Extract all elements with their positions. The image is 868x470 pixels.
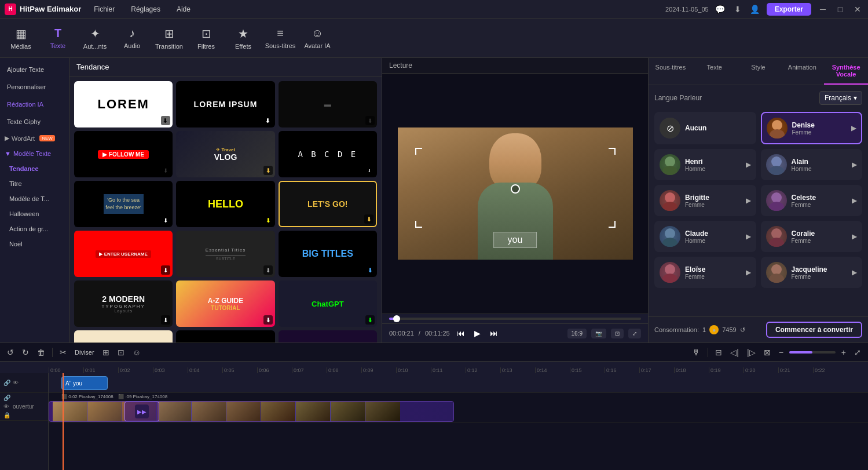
zoom-minus[interactable]: − <box>777 347 786 358</box>
eye-icon2[interactable]: 👁 <box>3 403 10 410</box>
sidebar-subitem-tendance[interactable]: Tendance <box>0 162 69 176</box>
text-clip[interactable]: A" you <box>61 376 108 390</box>
tab-texte[interactable]: Texte <box>693 58 737 85</box>
download-icon-t6[interactable]: ⬇ <box>365 166 375 175</box>
template-item-big[interactable]: BIG TITLES ⬇ <box>279 231 377 277</box>
screenshot-btn[interactable]: 📷 <box>591 329 606 338</box>
divide-icon[interactable]: ✂ <box>57 347 69 358</box>
download-icon-t1[interactable]: ⬇ <box>161 116 170 125</box>
template-item-lorem[interactable]: LOREM ⬇ <box>74 81 173 127</box>
play-icon-jacqueline[interactable]: ▶ <box>852 268 857 276</box>
voice-card-aucun[interactable]: ⊘ Aucun <box>654 112 756 144</box>
crop-handle-bl[interactable] <box>415 221 422 228</box>
maximize-icon[interactable]: □ <box>834 3 846 15</box>
user-icon[interactable]: 👤 <box>749 3 761 15</box>
voice-card-eloise[interactable]: Eloïse Femme ▶ <box>654 257 756 288</box>
sidebar-item-texte-giphy[interactable]: Texte Giphy <box>2 114 67 130</box>
voice-card-jacqueline[interactable]: Jacqueline Femme ▶ <box>761 257 863 288</box>
template-item-modern[interactable]: 2 MODERN TYPOGRAPHY Layouts ⬇ <box>74 280 173 327</box>
tab-animation[interactable]: Animation <box>780 58 824 85</box>
next-frame-btn[interactable]: ⏭ <box>488 327 500 339</box>
tl-tool-1[interactable]: ⊞ <box>100 347 112 358</box>
sidebar-item-personnaliser[interactable]: Personnaliser <box>2 79 67 95</box>
convert-button[interactable]: Commencer à convertir <box>766 322 862 338</box>
play-icon-celeste[interactable]: ▶ <box>852 196 857 205</box>
link-icon2[interactable]: 🔗 <box>3 395 10 401</box>
sidebar-subitem-halloween[interactable]: Halloween <box>0 207 69 221</box>
voice-card-celeste[interactable]: Celeste Femme ▶ <box>761 185 863 216</box>
template-item-tiktok[interactable]: 🎵 YOUTUBE CHANNEL ⬇ <box>176 330 274 343</box>
download-icon[interactable]: ⬇ <box>732 3 744 15</box>
play-icon-alain[interactable]: ▶ <box>852 161 857 169</box>
tool-automatisations[interactable]: ✦ Aut...nts <box>76 21 113 56</box>
progress-bar[interactable] <box>389 318 641 320</box>
template-item-letsgo[interactable]: LET'S GO! ⬇ <box>279 181 377 227</box>
play-icon-brigitte[interactable]: ▶ <box>746 196 751 205</box>
sidebar-item-wordart[interactable]: ▶ WordArt NEW <box>0 131 69 145</box>
download-icon-t9[interactable]: ⬇ <box>364 214 373 224</box>
crop-handle-tr[interactable] <box>609 148 616 155</box>
download-icon-t15[interactable]: ⬇ <box>365 315 375 325</box>
sidebar-subitem-titre[interactable]: Titre <box>0 177 69 191</box>
sidebar-item-modele-texte[interactable]: ▼ Modèle Texte <box>0 147 69 161</box>
export-button[interactable]: Exporter <box>767 3 811 16</box>
menu-file[interactable]: Fichier <box>90 4 118 14</box>
template-item-dark[interactable]: ▬ ⬇ <box>279 81 377 127</box>
download-icon-t4[interactable]: ⬇ <box>161 166 170 175</box>
sidebar-item-redaction-ia[interactable]: Rédaction IA <box>2 96 67 112</box>
clip-left[interactable]: ◁| <box>728 347 741 358</box>
download-icon-t3[interactable]: ⬇ <box>365 116 375 125</box>
tab-sous-titres[interactable]: Sous-titres <box>649 58 693 85</box>
download-icon-t14[interactable]: ⬇ <box>263 315 273 325</box>
aspect-ratio-btn[interactable]: 16:9 <box>567 329 587 338</box>
template-item-lorem2[interactable]: LOREM IPSUM ⬇ <box>176 81 274 127</box>
lang-select[interactable]: Français ▾ <box>819 91 862 105</box>
crop-handle-br[interactable] <box>609 221 616 228</box>
fullscreen-btn[interactable]: ⤢ <box>628 329 641 338</box>
transition-marker[interactable]: ▶▶ <box>124 402 159 421</box>
download-icon-t8[interactable]: ⬇ <box>263 216 273 225</box>
close-icon[interactable]: ✕ <box>852 3 863 15</box>
tl-tool-3[interactable]: ☺ <box>130 347 143 358</box>
voice-card-coralie[interactable]: Coralie Femme ▶ <box>761 221 863 252</box>
minimize-icon[interactable]: ─ <box>817 3 829 15</box>
play-pause-btn[interactable]: ▶ <box>472 327 483 339</box>
template-item-edmakor[interactable]: EDMAKOR ⬇ <box>279 330 377 343</box>
play-icon-eloise[interactable]: ▶ <box>746 268 751 276</box>
tool-transition[interactable]: ⊞ Transition <box>151 21 188 56</box>
prev-frame-btn[interactable]: ⏮ <box>455 327 467 339</box>
menu-settings[interactable]: Réglages <box>127 4 164 14</box>
tool-audio[interactable]: ♪ Audio <box>113 21 151 56</box>
template-item-follow[interactable]: ▶ FOLLOW ME ⬇ <box>74 131 173 177</box>
download-icon-t2[interactable]: ⬇ <box>263 116 273 125</box>
template-item-chatgpt[interactable]: ChatGPT ⬇ <box>279 280 377 327</box>
play-icon-denise[interactable]: ▶ <box>851 124 856 132</box>
split-icon[interactable]: ⊟ <box>713 347 724 358</box>
timeline-playhead[interactable] <box>63 373 64 470</box>
voice-card-alain[interactable]: Alain Homme ▶ <box>761 149 863 180</box>
divide-label[interactable]: Diviser <box>72 348 97 357</box>
template-item-hello[interactable]: HELLO ⬇ <box>176 181 274 227</box>
play-icon-coralie[interactable]: ▶ <box>852 232 857 241</box>
video-clip[interactable]: ▶▶ <box>49 401 454 422</box>
tool-sous-titres[interactable]: ≡ Sous-titres <box>262 21 299 56</box>
download-icon-t11[interactable]: ⬇ <box>263 265 273 275</box>
delete-button[interactable]: 🗑 <box>35 347 47 358</box>
voice-card-claude[interactable]: Claude Homme ▶ <box>654 221 756 252</box>
mic-btn[interactable]: 🎙 <box>690 347 703 358</box>
template-item-sea[interactable]: 'Go to the seafeel the breeze' ⬇ <box>74 181 173 227</box>
crop-btn[interactable]: ⊠ <box>761 347 773 358</box>
voice-card-brigitte[interactable]: Brigitte Femme ▶ <box>654 185 756 216</box>
tab-style[interactable]: Style <box>737 58 781 85</box>
template-item-az[interactable]: A-Z GUIDE TUTORIAL ⬇ <box>176 280 274 327</box>
eye-icon[interactable]: 👁 <box>13 380 19 386</box>
zoom-plus[interactable]: + <box>839 347 848 358</box>
voice-card-henri[interactable]: Henri Homme ▶ <box>654 149 756 180</box>
template-item-vlog[interactable]: VLOG ⬇ <box>74 330 173 343</box>
chat-icon[interactable]: 💬 <box>715 3 726 15</box>
sidebar-subitem-modele-t[interactable]: Modèle de T... <box>0 192 69 206</box>
refresh-icon[interactable]: ↺ <box>740 326 745 334</box>
tool-texte[interactable]: T Texte <box>39 21 76 56</box>
tl-tool-2[interactable]: ⊡ <box>115 347 127 358</box>
tool-medias[interactable]: ▦ Médias <box>2 21 39 56</box>
